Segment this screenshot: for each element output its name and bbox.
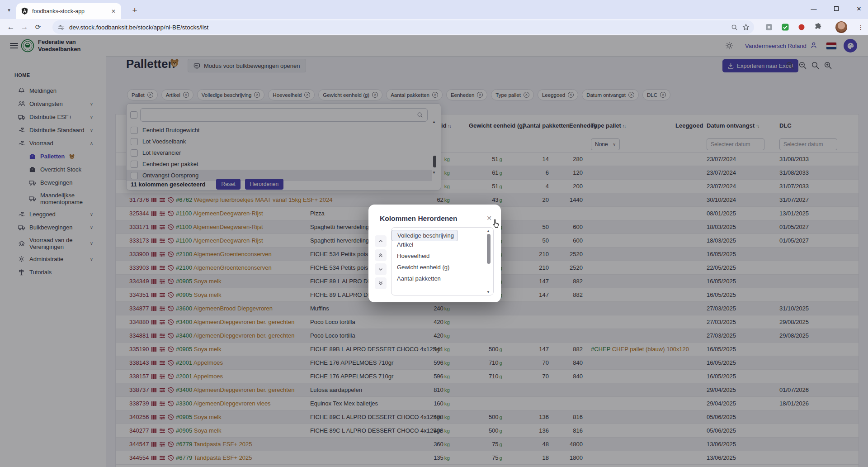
move-bottom-button[interactable]: [375, 277, 387, 289]
move-up-button[interactable]: [375, 235, 387, 247]
site-settings-icon[interactable]: [58, 24, 65, 31]
reload-button[interactable]: ⟳: [32, 21, 44, 33]
mouse-cursor-pointer: [491, 219, 500, 231]
column-order-list: PalletArtikelVolledige beschrijvingHoeve…: [391, 227, 494, 295]
tab-title: foodbanks-stock-app: [32, 8, 106, 14]
browser-profile-avatar[interactable]: [835, 21, 847, 33]
list-scroll-down-icon[interactable]: ▼: [486, 290, 490, 294]
back-button[interactable]: ←: [5, 21, 17, 33]
move-down-button[interactable]: [375, 263, 387, 275]
search-lens-icon[interactable]: [731, 24, 738, 31]
url-bar[interactable]: dev.stock.foodbanksit.be/stock/app/nl-BE…: [52, 20, 754, 34]
reorder-item-gewicht-eenheid-g-[interactable]: Gewicht eenheid (g): [392, 262, 493, 273]
tab-close-icon[interactable]: ✕: [109, 7, 118, 15]
tab-search-button[interactable]: ▾: [4, 5, 14, 15]
extension-icon-red-dot[interactable]: [797, 22, 807, 32]
move-top-button[interactable]: [375, 249, 387, 261]
reorder-item-volledige-beschrijving[interactable]: Volledige beschrijving: [392, 230, 458, 241]
reorder-item-aantal-pakketten[interactable]: Aantal pakketten: [392, 273, 493, 284]
extension-icon-green-check[interactable]: [780, 22, 790, 32]
extensions-puzzle-icon[interactable]: [813, 22, 823, 32]
reorder-columns-dialog: Kolommen Herordenen ✕ PalletArtikelVolle…: [368, 205, 501, 302]
angular-favicon-icon: [21, 7, 28, 15]
forward-button[interactable]: →: [18, 21, 31, 33]
extension-icon-gray[interactable]: [764, 22, 774, 32]
browser-tabstrip: ▾ foodbanks-stock-app ✕ + — ✕: [0, 0, 868, 19]
url-text: dev.stock.foodbanksit.be/stock/app/nl-BE…: [69, 24, 726, 31]
reorder-item-hoeveelheid[interactable]: Hoeveelheid: [392, 250, 493, 262]
dialog-title: Kolommen Herordenen: [380, 214, 457, 223]
window-minimize-button[interactable]: —: [809, 5, 818, 12]
window-maximize-button[interactable]: [832, 6, 841, 11]
new-tab-button[interactable]: +: [128, 4, 141, 17]
bookmark-star-icon[interactable]: [742, 24, 750, 31]
browser-menu-icon[interactable]: ⋮: [857, 22, 864, 33]
window-close-button[interactable]: ✕: [854, 5, 863, 12]
list-scrollbar-thumb[interactable]: [487, 234, 491, 264]
browser-tab[interactable]: foodbanks-stock-app ✕: [16, 3, 121, 19]
list-scroll-up-icon[interactable]: ▲: [486, 229, 490, 233]
